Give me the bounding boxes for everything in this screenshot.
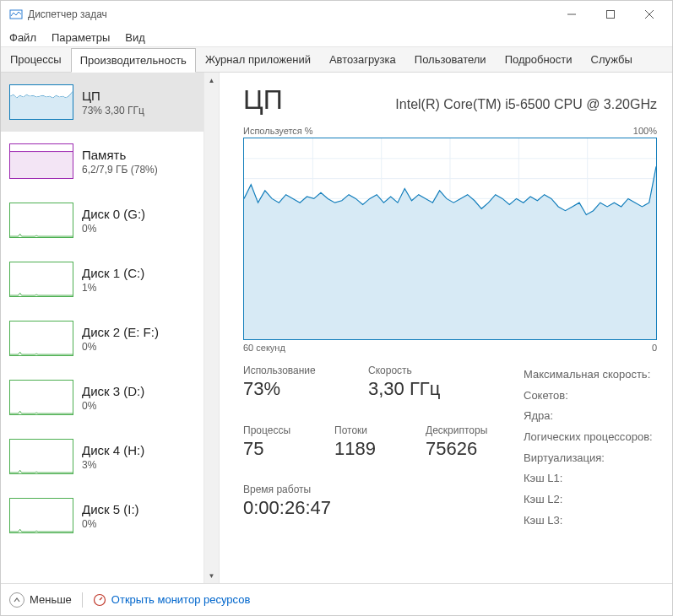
tab-app-history[interactable]: Журнал приложений [196, 47, 320, 72]
window-title: Диспетчер задач [28, 8, 552, 20]
stat-proc-value: 75 [243, 438, 311, 460]
meta-logical: Логических процессоров: [524, 427, 653, 448]
tab-services[interactable]: Службы [582, 47, 642, 72]
tab-performance[interactable]: Производительность [71, 48, 196, 73]
thumb-chart-icon [9, 203, 73, 238]
close-button[interactable] [630, 1, 669, 28]
chart-y-label: Используется % [243, 126, 313, 136]
content: ЦП73% 3,30 ГГцПамять6,2/7,9 ГБ (78%)Диск… [1, 73, 672, 583]
sidebar-item-label: Диск 3 (D:) [82, 384, 144, 398]
menu-file[interactable]: Файл [3, 30, 43, 46]
sidebar-item-sub: 0% [82, 223, 145, 235]
meta-sockets: Сокетов: [524, 386, 653, 407]
cpu-chart [243, 138, 657, 340]
stats: Использование73% Скорость3,30 ГГц Процес… [243, 365, 657, 532]
sidebar-item-label: Диск 0 (G:) [82, 207, 145, 221]
stat-threads-value: 1189 [334, 438, 402, 460]
meta-l2: Кэш L2: [524, 489, 653, 511]
sidebar-item-label: Диск 5 (I:) [82, 502, 139, 516]
sidebar-item-sub: 0% [82, 341, 159, 353]
sidebar-item-disk-7[interactable]: Диск 5 (I:)0% [1, 486, 204, 545]
sidebar-item-label: Диск 1 (C:) [82, 266, 144, 280]
footer: Меньше Открыть монитор ресурсов [1, 583, 672, 615]
thumb-chart-icon [9, 321, 73, 356]
sidebar-item-disk-5[interactable]: Диск 3 (D:)0% [1, 368, 204, 427]
sidebar-item-mem-1[interactable]: Память6,2/7,9 ГБ (78%) [1, 132, 204, 191]
scroll-down-icon[interactable]: ▼ [204, 568, 220, 583]
chart-x-right: 0 [652, 343, 657, 353]
meta-virt: Виртуализация: [524, 448, 653, 469]
open-resource-monitor[interactable]: Открыть монитор ресурсов [93, 593, 250, 607]
fewer-details-label: Меньше [30, 593, 72, 606]
stat-uptime-label: Время работы [243, 484, 463, 495]
thumb-chart-icon [9, 84, 73, 120]
detail-title: ЦП [243, 84, 283, 116]
thumb-chart-icon [9, 498, 73, 533]
tab-startup[interactable]: Автозагрузка [320, 47, 405, 72]
open-resource-monitor-label: Открыть монитор ресурсов [111, 593, 250, 606]
sidebar-item-sub: 73% 3,30 ГГц [82, 105, 144, 116]
svg-rect-6 [10, 152, 73, 178]
scrollbar[interactable]: ▲ ▼ [204, 73, 219, 583]
sidebar-item-sub: 6,2/7,9 ГБ (78%) [82, 164, 158, 176]
sidebar-item-sub: 0% [82, 518, 139, 530]
resmon-icon [93, 593, 106, 607]
detail-subtitle: Intel(R) Core(TM) i5-6500 CPU @ 3.20GHz [395, 97, 657, 112]
svg-line-24 [100, 597, 102, 600]
sidebar-item-label: Диск 4 (H:) [82, 443, 144, 457]
sidebar-item-label: ЦП [82, 89, 144, 103]
titlebar: Диспетчер задач [1, 1, 672, 28]
meta-cores: Ядра: [524, 406, 653, 427]
menubar: Файл Параметры Вид [1, 28, 672, 46]
sidebar-item-sub: 0% [82, 400, 144, 412]
menu-options[interactable]: Параметры [45, 30, 117, 46]
thumb-chart-icon [9, 143, 73, 179]
tab-users[interactable]: Пользователи [405, 47, 496, 72]
stat-proc-label: Процессы [243, 424, 311, 436]
scroll-up-icon[interactable]: ▲ [204, 73, 220, 88]
meta-maxspeed: Максимальная скорость: [524, 365, 653, 386]
stat-speed-label: Скорость [368, 365, 469, 376]
stat-usage-label: Использование [243, 365, 345, 376]
stat-speed-value: 3,30 ГГц [368, 378, 469, 400]
sidebar-item-disk-4[interactable]: Диск 2 (E: F:)0% [1, 309, 204, 368]
sidebar-item-sub: 1% [82, 282, 144, 294]
sidebar-item-disk-6[interactable]: Диск 4 (H:)3% [1, 427, 204, 486]
sidebar-item-cpu-0[interactable]: ЦП73% 3,30 ГГц [1, 73, 204, 132]
sidebar-item-label: Диск 2 (E: F:) [82, 325, 159, 339]
tab-processes[interactable]: Процессы [1, 47, 71, 72]
thumb-chart-icon [9, 380, 73, 415]
detail-pane: ЦП Intel(R) Core(TM) i5-6500 CPU @ 3.20G… [220, 73, 672, 583]
cpu-meta: Максимальная скорость: Сокетов: Ядра: Ло… [524, 365, 653, 532]
maximize-button[interactable] [591, 1, 630, 28]
svg-rect-2 [607, 11, 615, 19]
tabbar: Процессы Производительность Журнал прило… [1, 46, 672, 73]
chart-x-left: 60 секунд [243, 343, 285, 353]
fewer-details-button[interactable]: Меньше [9, 592, 72, 608]
stat-uptime-value: 0:00:26:47 [243, 497, 463, 519]
chart-y-max: 100% [633, 126, 657, 136]
stat-handles-label: Дескрипторы [426, 424, 493, 436]
tab-details[interactable]: Подробности [496, 47, 582, 72]
menu-view[interactable]: Вид [118, 30, 152, 46]
stat-threads-label: Потоки [334, 424, 402, 436]
meta-l3: Кэш L3: [524, 511, 653, 532]
sidebar-item-label: Память [82, 148, 158, 162]
sidebar-item-disk-2[interactable]: Диск 0 (G:)0% [1, 191, 204, 250]
stat-usage-value: 73% [243, 378, 345, 400]
thumb-chart-icon [9, 262, 73, 297]
sidebar-wrap: ЦП73% 3,30 ГГцПамять6,2/7,9 ГБ (78%)Диск… [1, 73, 220, 583]
sidebar-item-disk-3[interactable]: Диск 1 (C:)1% [1, 250, 204, 309]
sidebar-item-sub: 3% [82, 459, 144, 471]
separator [82, 592, 83, 608]
meta-l1: Кэш L1: [524, 468, 653, 489]
taskmgr-icon [9, 8, 23, 21]
minimize-button[interactable] [552, 1, 591, 28]
stat-handles-value: 75626 [426, 438, 493, 460]
thumb-chart-icon [9, 439, 73, 474]
chevron-up-icon [9, 592, 24, 608]
sidebar: ЦП73% 3,30 ГГцПамять6,2/7,9 ГБ (78%)Диск… [1, 73, 204, 583]
